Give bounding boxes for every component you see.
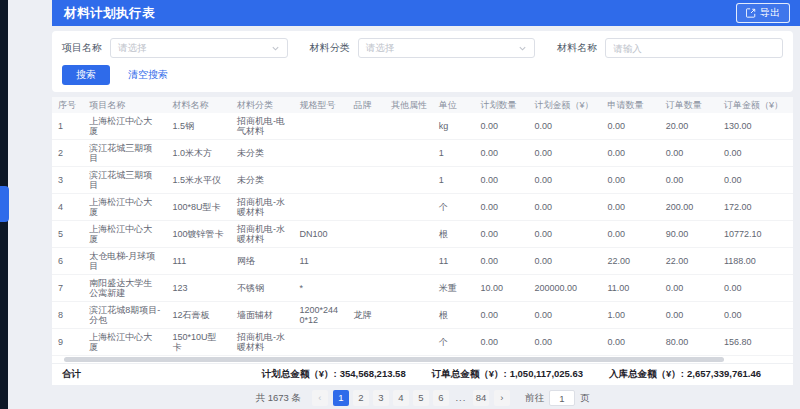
table-cell: 20.00 [660,113,718,140]
table-cell: 100镀锌管卡 [166,221,231,248]
table-cell: 156.80 [718,329,793,356]
table-cell: 招商机电-水暖材料 [231,194,293,221]
table-cell: 招商机电-电气材料 [231,113,293,140]
material-category-select[interactable]: 请选择 [358,38,536,58]
pager-page-2[interactable]: 2 [353,390,369,406]
material-name-input-wrap [605,38,783,58]
table-cell: 0.00 [529,113,602,140]
table-cell: 130.00 [718,113,793,140]
table-cell: 7 [52,275,83,302]
filter-panel: 项目名称 请选择 材料分类 请选择 [52,31,793,92]
table-cell: 根 [433,302,475,329]
table-cell: 0.00 [474,329,528,356]
clear-search-button[interactable]: 清空搜索 [128,68,168,82]
table-cell: 0.00 [474,194,528,221]
project-name-placeholder: 请选择 [118,42,147,55]
pager-page-84[interactable]: 84 [473,390,489,406]
table-cell: 12石膏板 [166,302,231,329]
table-cell: 123 [166,275,231,302]
table-cell: 不锈钢 [231,275,293,302]
export-button[interactable]: 导出 [736,3,790,23]
table-cell: 10772.10 [718,221,793,248]
table-cell: 1.0米木方 [166,140,231,167]
pager-next-button[interactable]: › [494,390,510,406]
table-cell: 1 [433,140,475,167]
table-cell: 0.00 [601,194,659,221]
pager-prev-button[interactable]: ‹ [312,390,328,406]
pager-page-3[interactable]: 3 [373,390,389,406]
table-cell: 0.00 [474,140,528,167]
search-button[interactable]: 搜索 [62,65,110,85]
table-cell: 0.00 [660,167,718,194]
table-cell: 0.00 [718,302,793,329]
sidebar-expand-handle[interactable] [0,186,9,222]
column-header: 申请数量 [601,97,659,113]
table-cell: 太仓电梯-月球项目 [83,248,166,275]
table-cell: 0.00 [529,140,602,167]
table-cell: 滨江花城三期项目 [83,140,166,167]
project-name-select[interactable]: 请选择 [110,38,288,58]
filter-material-category: 材料分类 请选择 [310,38,536,58]
table-cell [293,113,347,140]
pager-page-5[interactable]: 5 [413,390,429,406]
column-header: 项目名称 [83,97,166,113]
table-cell: 招商机电-水暖材料 [231,329,293,356]
table-cell: 滨江花城8期项目-分包 [83,302,166,329]
table-row[interactable]: 3滨江花城三期项目1.5米水平仪未分类10.000.000.000.000.00 [52,167,793,194]
table-cell: 0.00 [529,329,602,356]
table-cell: 8 [52,302,83,329]
column-header: 序号 [52,97,83,113]
table-cell: 0.00 [474,113,528,140]
pager-page-4[interactable]: 4 [393,390,409,406]
project-name-label: 项目名称 [62,41,102,55]
table-cell: 0.00 [529,221,602,248]
pager-page-1[interactable]: 1 [333,390,349,406]
table-cell: 1.5钢 [166,113,231,140]
table-cell: 0.00 [529,302,602,329]
table-cell: 网络 [231,248,293,275]
table-cell: 0.00 [474,302,528,329]
page-content: 项目名称 请选择 材料分类 请选择 [8,26,800,409]
pagination: 共 1673 条 ‹ 123456...84 › 前往 页 [52,385,793,409]
material-category-placeholder: 请选择 [366,42,395,55]
goto-page-input[interactable] [549,390,575,406]
table-cell: 0.00 [660,302,718,329]
pager-page-6[interactable]: 6 [433,390,449,406]
table-cell [348,275,385,302]
table-cell: 上海松江中心大厦 [83,329,166,356]
summary-total: 计划总金额（¥）:354,568,213.58 [262,368,406,381]
table-cell [385,302,433,329]
column-header: 其他属性 [385,97,433,113]
column-header: 订单数量 [660,97,718,113]
table-cell: 1.5米水平仪 [166,167,231,194]
table-cell: 2 [52,140,83,167]
material-category-label: 材料分类 [310,41,350,55]
table-row[interactable]: 5上海松江中心大厦100镀锌管卡招商机电-水暖材料DN100根0.000.000… [52,221,793,248]
table-cell: 滨江花城三期项目 [83,167,166,194]
horizontal-scrollbar[interactable] [52,356,793,363]
table-cell: 未分类 [231,140,293,167]
table-cell: 0.00 [660,275,718,302]
table-row[interactable]: 1上海松江中心大厦1.5钢招商机电-电气材料kg0.000.000.0020.0… [52,113,793,140]
table-row[interactable]: 7南阳盛达大学生公寓新建123不锈钢*米重10.00200000.0011.00… [52,275,793,302]
pager-ellipsis[interactable]: ... [453,390,469,406]
table-cell: 个 [433,329,475,356]
table-row[interactable]: 9上海松江中心大厦150*10U型卡招商机电-水暖材料个0.000.000.00… [52,329,793,356]
table-cell: 100*8U型卡 [166,194,231,221]
table-cell: 11.00 [601,275,659,302]
horizontal-scrollbar-thumb[interactable] [64,357,724,362]
table-cell: 90.00 [660,221,718,248]
table-row[interactable]: 4上海松江中心大厦100*8U型卡招商机电-水暖材料个0.000.000.002… [52,194,793,221]
table-row[interactable]: 2滨江花城三期项目1.0米木方未分类10.000.000.000.000.00 [52,140,793,167]
table-cell [348,194,385,221]
table-cell: 0.00 [474,221,528,248]
export-button-label: 导出 [760,6,780,20]
topbar: 材料计划执行表 导出 [8,0,800,26]
material-name-input[interactable] [613,43,775,54]
table-cell: 0.00 [474,248,528,275]
table-row[interactable]: 8滨江花城8期项目-分包12石膏板墙面辅材1200*2440*12龙牌根0.00… [52,302,793,329]
table-cell: 上海松江中心大厦 [83,221,166,248]
table-row[interactable]: 6太仓电梯-月球项目111网络11110.000.0022.0022.00118… [52,248,793,275]
table-cell: 招商机电-水暖材料 [231,221,293,248]
table-cell: 南阳盛达大学生公寓新建 [83,275,166,302]
